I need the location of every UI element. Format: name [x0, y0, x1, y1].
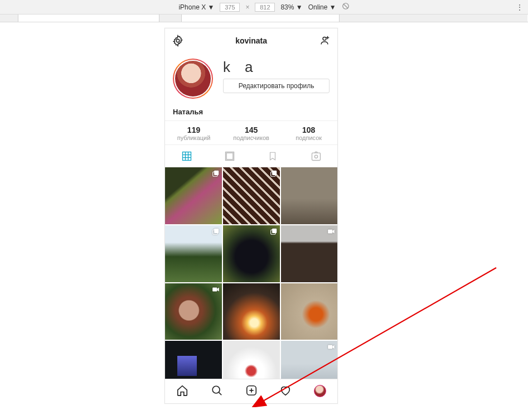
tab-grid[interactable]	[165, 145, 208, 167]
profile-header: kovinata	[165, 28, 337, 53]
stat-posts-count: 119	[165, 125, 222, 134]
stat-following-label: подписок	[280, 134, 337, 141]
svg-rect-15	[214, 171, 219, 175]
post-thumbnail[interactable]	[281, 283, 338, 340]
video-icon	[327, 343, 335, 351]
nav-profile-avatar[interactable]	[314, 385, 326, 397]
avatar[interactable]	[173, 59, 213, 99]
device-height-input[interactable]: 812	[255, 3, 275, 12]
nav-home-icon[interactable]	[176, 384, 188, 398]
stat-posts-label: публикаций	[165, 134, 222, 141]
post-thumbnail[interactable]	[165, 167, 222, 224]
post-thumbnail[interactable]	[223, 225, 280, 282]
stat-followers-label: подписчиков	[222, 134, 280, 141]
post-thumbnail[interactable]	[281, 167, 338, 224]
breakpoint-ruler	[0, 15, 528, 22]
throttle-select[interactable]: Online ▼	[308, 3, 336, 11]
post-thumbnail[interactable]	[165, 225, 222, 282]
instagram-profile-screen: kovinata ka Редактир	[165, 28, 337, 403]
profile-info: ka Редактировать профиль Наталья	[165, 53, 337, 120]
stat-following[interactable]: 108 подписок	[280, 121, 337, 144]
svg-rect-13	[312, 153, 320, 160]
stat-posts[interactable]: 119 публикаций	[165, 121, 222, 144]
nav-activity-icon[interactable]	[279, 384, 292, 398]
bottom-nav	[165, 379, 337, 403]
stat-followers[interactable]: 145 подписчиков	[222, 121, 280, 144]
post-thumbnail[interactable]	[165, 283, 222, 340]
post-thumbnail[interactable]	[223, 341, 280, 379]
header-username: kovinata	[235, 36, 267, 45]
multi-photo-icon	[212, 170, 220, 177]
gear-icon[interactable]	[172, 35, 184, 47]
stat-followers-count: 145	[222, 125, 280, 134]
dim-separator: ×	[245, 3, 249, 11]
svg-rect-21	[272, 229, 277, 233]
zoom-select[interactable]: 83% ▼	[280, 3, 302, 11]
edit-profile-button[interactable]: Редактировать профиль	[223, 79, 330, 93]
multi-photo-icon	[270, 228, 278, 235]
tab-tagged[interactable]	[294, 145, 337, 167]
post-thumbnail[interactable]	[281, 341, 338, 379]
multi-photo-icon	[212, 228, 220, 235]
rotate-icon[interactable]	[342, 2, 350, 12]
video-icon	[212, 286, 220, 293]
kebab-menu-icon[interactable]: ⋮	[516, 3, 524, 12]
svg-point-2	[176, 39, 180, 42]
posts-grid	[165, 167, 337, 379]
svg-rect-24	[212, 287, 217, 291]
post-thumbnail[interactable]	[281, 225, 338, 282]
nav-new-post-icon[interactable]	[245, 384, 258, 398]
svg-rect-6	[182, 152, 191, 160]
stats-bar: 119 публикаций 145 подписчиков 108 подпи…	[165, 120, 337, 145]
video-icon	[327, 228, 335, 235]
svg-point-3	[323, 37, 326, 40]
svg-line-27	[219, 393, 221, 395]
display-name: Наталья	[173, 108, 330, 116]
svg-line-1	[343, 4, 347, 8]
username-large: ka	[223, 59, 330, 75]
device-select[interactable]: iPhone X ▼	[178, 3, 214, 11]
svg-point-26	[212, 386, 220, 393]
devtools-toolbar: iPhone X ▼ 375 × 812 83% ▼ Online ▼ ⋮	[0, 0, 528, 15]
svg-rect-19	[214, 229, 219, 233]
tab-feed[interactable]	[208, 145, 251, 167]
post-thumbnail[interactable]	[165, 341, 222, 379]
post-thumbnail[interactable]	[223, 283, 280, 340]
multi-photo-icon	[270, 170, 278, 177]
svg-rect-17	[272, 171, 277, 175]
view-tabs	[165, 145, 337, 167]
tab-saved[interactable]	[251, 145, 294, 167]
svg-rect-11	[226, 153, 233, 160]
svg-point-14	[314, 155, 317, 158]
device-width-input[interactable]: 375	[220, 3, 240, 12]
post-thumbnail[interactable]	[223, 167, 280, 224]
discover-people-icon[interactable]	[318, 35, 331, 47]
svg-rect-23	[328, 229, 332, 233]
nav-search-icon[interactable]	[211, 384, 223, 398]
stat-following-count: 108	[280, 125, 337, 134]
device-frame: kovinata ka Редактир	[164, 28, 338, 404]
svg-rect-25	[328, 345, 332, 349]
